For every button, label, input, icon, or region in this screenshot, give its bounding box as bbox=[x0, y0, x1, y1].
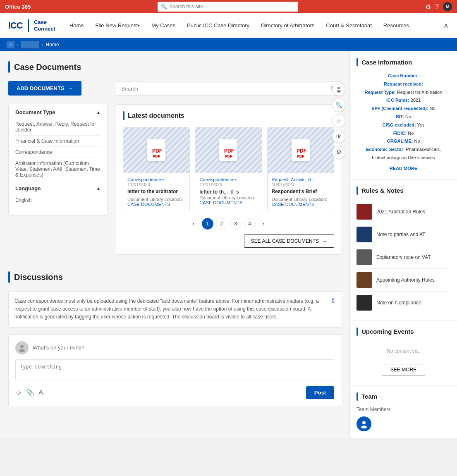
language-filter: Language ▲ English bbox=[15, 185, 100, 206]
breadcrumb: ⌂ › › Home bbox=[0, 38, 457, 51]
see-all-button[interactable]: SEE ALL CASE DOCUMENTS → bbox=[244, 234, 334, 248]
doc-card-2[interactable]: PDF Request, Answer, R... 10/01/2023 Res… bbox=[267, 127, 334, 211]
post-button[interactable]: Post bbox=[306, 386, 334, 399]
rule-item-0[interactable]: 2021 Arbitration Rules bbox=[357, 201, 450, 223]
doc-location-0: Document Library Location: CASE DOCUMENT… bbox=[127, 197, 185, 207]
case-field-9: Economic Sector: Pharmaceuticals, biotec… bbox=[357, 146, 450, 162]
user-avatar-top[interactable]: M bbox=[443, 2, 452, 11]
add-documents-label: ADD DOCUMENTS bbox=[17, 85, 65, 91]
doc-tag-2: Request, Answer, R... 10/01/2023 bbox=[272, 177, 330, 187]
logo-divider bbox=[28, 19, 29, 32]
logo[interactable]: ICC Case Connect bbox=[8, 19, 55, 32]
nav-public-icc[interactable]: Public ICC Case Directory bbox=[181, 13, 255, 38]
whats-on-mind-label: What's on your mind? bbox=[33, 344, 84, 351]
filter-panel: Document Type ▲ Request, Answer, Reply, … bbox=[8, 104, 108, 216]
float-search-icon[interactable]: 🔍 bbox=[332, 98, 345, 112]
float-settings-icon[interactable]: ⚙ bbox=[332, 146, 345, 159]
add-documents-button[interactable]: ADD DOCUMENTS → bbox=[8, 81, 81, 96]
page-2-button[interactable]: 2 bbox=[216, 218, 227, 230]
filter-panel-wrap: ADD DOCUMENTS → Document Type ▲ Request,… bbox=[8, 81, 108, 267]
nav-bar: ICC Case Connect Home File New Request M… bbox=[0, 13, 457, 38]
doc-card-0[interactable]: PDF Correspondence •... 11/01/2023 lette… bbox=[123, 127, 190, 211]
doc-search-input[interactable] bbox=[116, 81, 341, 96]
team-member-icon bbox=[359, 419, 368, 428]
filter-item-3[interactable]: Arbitrator Information (Curriculum Vitae… bbox=[15, 158, 100, 180]
nav-home[interactable]: Home bbox=[64, 13, 90, 38]
case-info-fields: Case Number: Request received: Request T… bbox=[357, 72, 450, 173]
svg-point-10 bbox=[337, 87, 340, 89]
page-3-button[interactable]: 3 bbox=[230, 218, 242, 230]
nav-directory-arbitrators[interactable]: Directory of Arbitrators bbox=[255, 13, 320, 38]
doc-location-link-0[interactable]: CASE DOCUMENTS bbox=[127, 202, 170, 207]
breadcrumb-home-icon[interactable]: ⌂ bbox=[7, 41, 14, 48]
filter-item-2[interactable]: Correspondence bbox=[15, 147, 100, 158]
doc-thumb-0: PDF bbox=[123, 127, 189, 173]
case-documents-title: Case Documents bbox=[14, 62, 81, 72]
prev-page-button[interactable]: ‹ bbox=[188, 218, 199, 230]
rule-item-3[interactable]: Appointing Authority Rules bbox=[357, 269, 450, 292]
nav-resources[interactable]: Resources bbox=[378, 13, 415, 38]
pagination: ‹ 1 2 3 4 › bbox=[123, 218, 334, 230]
user-icon bbox=[18, 344, 26, 352]
read-more-link[interactable]: READ MORE bbox=[357, 165, 450, 173]
float-person-icon[interactable] bbox=[332, 83, 345, 96]
rule-item-4[interactable]: Note on Compliance bbox=[357, 292, 450, 314]
help-icon[interactable]: ? bbox=[435, 3, 439, 10]
filter-lang-0[interactable]: English bbox=[15, 195, 100, 206]
float-star-icon[interactable]: ☆ bbox=[332, 114, 345, 127]
float-eye-icon[interactable]: 👁 bbox=[332, 130, 345, 143]
filter-item-0[interactable]: Request, Answer, Reply, Request for Join… bbox=[15, 119, 100, 136]
rule-item-2[interactable]: Explanatory note on VAT bbox=[357, 246, 450, 269]
latest-header-bar bbox=[123, 111, 124, 120]
see-more-button[interactable]: SEE MORE bbox=[382, 364, 425, 376]
next-page-button[interactable]: › bbox=[258, 218, 270, 230]
nav-collapse-icon[interactable]: ∧ bbox=[443, 21, 449, 30]
page-4-button[interactable]: 4 bbox=[244, 218, 256, 230]
discussion-input-header: What's on your mind? bbox=[15, 341, 334, 354]
see-all-label: SEE ALL CASE DOCUMENTS bbox=[251, 238, 319, 244]
doc-location-link-1[interactable]: CASE DOCUMENTS bbox=[199, 200, 242, 205]
nav-my-cases[interactable]: My Cases bbox=[146, 13, 181, 38]
nav-file-new-request[interactable]: File New Request bbox=[90, 13, 146, 38]
doc-cards: PDF Correspondence •... 11/01/2023 lette… bbox=[123, 127, 334, 211]
top-search-input[interactable] bbox=[158, 2, 298, 12]
filter-item-1[interactable]: Financial & Case Information bbox=[15, 136, 100, 147]
doc-location-2: Document Library Location: CASE DOCUMENT… bbox=[272, 197, 330, 207]
case-field-5: BIT: No bbox=[357, 113, 450, 121]
discussions-collapse-button[interactable]: ⇧ bbox=[330, 297, 336, 304]
rule-item-1[interactable]: Note to parties and AT bbox=[357, 223, 450, 246]
collapse-icon-1[interactable]: ⇧ bbox=[230, 189, 234, 195]
pdf-svg-1: PDF bbox=[223, 144, 234, 157]
discussions-title: Discussions bbox=[14, 273, 63, 282]
docs-area: Latest documents PDF bbox=[116, 104, 341, 255]
team-member-avatar[interactable] bbox=[357, 416, 371, 431]
page-1-button[interactable]: 1 bbox=[202, 218, 213, 230]
rule-title-1: Note to parties and AT bbox=[376, 232, 426, 237]
svg-point-7 bbox=[19, 349, 25, 352]
rule-title-3: Appointing Authority Rules bbox=[376, 277, 435, 283]
pdf-icon-2: PDF bbox=[292, 139, 310, 161]
discussion-textarea[interactable] bbox=[15, 359, 334, 380]
attachment-icon[interactable]: 📎 bbox=[26, 389, 34, 397]
font-icon[interactable]: A bbox=[38, 389, 43, 396]
add-docs-wrap: ADD DOCUMENTS → bbox=[8, 81, 108, 96]
settings-icon[interactable]: ⚙ bbox=[425, 3, 431, 11]
document-type-filter: Document Type ▲ Request, Answer, Reply, … bbox=[15, 109, 100, 180]
emoji-icon[interactable]: ☺ bbox=[15, 389, 22, 396]
doc-card-1[interactable]: PDF Correspondence •... 11/01/2023 bbox=[195, 127, 262, 211]
case-field-2: Request Type: Request for Arbitration bbox=[357, 89, 450, 97]
case-field-0: Case Number: bbox=[357, 72, 450, 80]
svg-text:PDF: PDF bbox=[297, 148, 306, 154]
pdf-svg-0: PDF bbox=[151, 144, 162, 157]
doc-location-link-2[interactable]: CASE DOCUMENTS bbox=[272, 202, 315, 207]
case-field-1: Request received: bbox=[357, 80, 450, 89]
doc-card-body-2: Request, Answer, R... 10/01/2023 Respond… bbox=[268, 173, 334, 211]
nav-court-secretariat[interactable]: Court & Secretariat bbox=[320, 13, 378, 38]
left-content: Case Documents ADD DOCUMENTS → Document … bbox=[0, 51, 349, 438]
document-type-title[interactable]: Document Type ▲ bbox=[15, 109, 100, 115]
language-title[interactable]: Language ▲ bbox=[15, 185, 100, 191]
rule-title-0: 2021 Arbitration Rules bbox=[376, 209, 425, 215]
chevron-up-icon: ▲ bbox=[96, 110, 100, 115]
team-header: Team bbox=[357, 392, 450, 401]
team-members-label: Team Members bbox=[357, 407, 450, 412]
